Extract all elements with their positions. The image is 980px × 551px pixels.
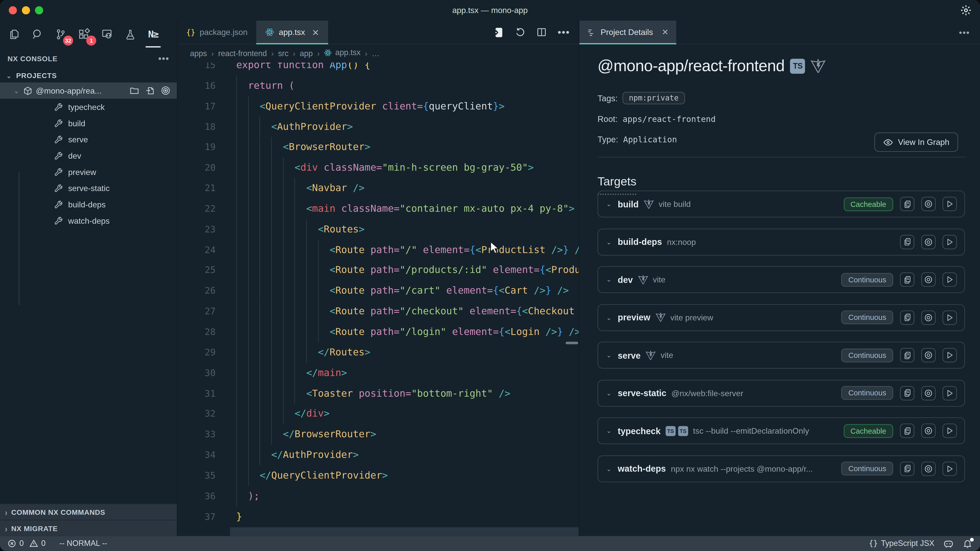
target-card-watch-deps[interactable]: ⌄watch-depsnpx nx watch --projects @mono…: [597, 455, 965, 482]
breadcrumb[interactable]: apps›react-frontend›src›app›app.tsx›…: [178, 44, 579, 62]
nx-migrate-section[interactable]: › NX MIGRATE: [0, 520, 177, 536]
minimize-window-button[interactable]: [22, 6, 30, 14]
breadcrumb-item[interactable]: app: [300, 49, 313, 58]
copy-task-button[interactable]: [900, 348, 915, 362]
projects-section-header[interactable]: ⌄ PROJECTS: [0, 68, 177, 83]
chevron-down-icon: ⌄: [6, 72, 12, 79]
inspect-task-button[interactable]: [921, 197, 935, 211]
inspect-task-button[interactable]: [921, 235, 935, 249]
refresh-icon[interactable]: [515, 27, 526, 38]
list-tree-icon: [587, 28, 596, 37]
sidebar-target-watch-deps[interactable]: watch-deps: [0, 213, 177, 229]
open-folder-icon[interactable]: [129, 86, 139, 96]
copy-task-button[interactable]: [900, 462, 915, 476]
run-task-button[interactable]: [942, 386, 957, 400]
sidebar-target-build-deps[interactable]: build-deps: [0, 196, 177, 213]
copy-task-button[interactable]: [900, 424, 915, 438]
wrench-icon: [54, 183, 63, 193]
title-bar: app.tsx — mono-app: [0, 0, 980, 21]
view-in-graph-button[interactable]: View In Graph: [874, 132, 958, 152]
tab-app-tsx[interactable]: app.tsx ✕: [256, 21, 328, 44]
run-task-button[interactable]: [942, 462, 957, 476]
line-number: 33: [178, 424, 216, 445]
inspect-task-button[interactable]: [921, 424, 935, 438]
open-project-details-icon[interactable]: [492, 26, 504, 38]
code-line-34: 34 </AuthProvider>: [178, 445, 579, 465]
target-card-serve[interactable]: ⌄serveviteContinuous: [597, 342, 965, 368]
sidebar-target-dev[interactable]: dev: [0, 148, 177, 164]
vim-mode-indicator[interactable]: -- NORMAL --: [59, 539, 107, 548]
language-mode[interactable]: {} TypeScript JSX: [869, 539, 934, 548]
code-line-16: 16 return (: [178, 76, 579, 96]
chevron-right-icon: ›: [5, 524, 8, 533]
project-row[interactable]: ⌄ @mono-app/rea...: [0, 83, 177, 99]
inspect-task-button[interactable]: [921, 462, 935, 476]
problems-indicator[interactable]: 0 0: [7, 539, 45, 548]
inspect-task-button[interactable]: [921, 386, 935, 400]
target-card-dev[interactable]: ⌄devviteContinuous: [597, 266, 965, 293]
typescript-icons: TSTS: [666, 426, 688, 436]
breadcrumb-item[interactable]: …: [372, 49, 380, 58]
close-panel-tab-icon[interactable]: ✕: [662, 27, 669, 37]
inspect-task-button[interactable]: [921, 310, 935, 324]
copilot-icon[interactable]: [943, 538, 954, 549]
line-number: 21: [178, 178, 216, 198]
activity-item-extensions-icon[interactable]: 1: [76, 25, 92, 44]
inspect-task-button[interactable]: [921, 272, 935, 287]
json-icon: {}: [186, 28, 195, 37]
editor-more-actions-icon[interactable]: •••: [558, 27, 570, 38]
target-card-preview[interactable]: ⌄previewvite previewContinuous: [597, 304, 965, 330]
common-nx-commands-section[interactable]: › COMMON NX COMMANDS: [0, 503, 177, 520]
copy-task-button[interactable]: [900, 310, 915, 324]
code-line-36: 36 );: [178, 486, 579, 507]
breadcrumb-item[interactable]: src: [278, 49, 289, 58]
settings-gear-icon[interactable]: [959, 4, 972, 17]
target-card-build-deps[interactable]: ⌄build-depsnx:noop: [597, 228, 965, 255]
run-task-button[interactable]: [942, 235, 957, 249]
run-task-button[interactable]: [942, 348, 957, 362]
target-command: nx:noop: [667, 237, 696, 246]
sidebar-target-serve[interactable]: serve: [0, 131, 177, 148]
run-task-button[interactable]: [942, 310, 957, 324]
goto-config-file-icon[interactable]: [145, 86, 155, 96]
horizontal-scrollbar[interactable]: [566, 342, 578, 345]
sidebar-target-preview[interactable]: preview: [0, 164, 177, 180]
split-editor-icon[interactable]: [536, 27, 547, 38]
activity-item-search-icon[interactable]: [29, 25, 46, 44]
run-task-button[interactable]: [942, 424, 957, 438]
line-number: 36: [178, 486, 216, 507]
window-title: app.tsx — mono-app: [452, 6, 528, 15]
inspect-task-button[interactable]: [921, 348, 935, 362]
tags-row: Tags: npm:private: [597, 91, 980, 105]
activity-item-remote-preview-icon[interactable]: [99, 25, 115, 44]
target-card-serve-static[interactable]: ⌄serve-static@nx/web:file-serverContinuo…: [597, 380, 965, 407]
close-window-button[interactable]: [9, 6, 17, 14]
sidebar-target-build[interactable]: build: [0, 115, 177, 131]
activity-item-nx-console-icon[interactable]: N≥: [145, 25, 161, 44]
target-card-typecheck[interactable]: ⌄typecheckTSTStsc --build --emitDeclarat…: [597, 417, 965, 444]
breadcrumb-item[interactable]: app.tsx: [324, 48, 361, 59]
tab-project-details[interactable]: Project Details ✕: [579, 21, 676, 44]
panel-more-actions-icon[interactable]: •••: [959, 27, 980, 37]
copy-task-button[interactable]: [900, 235, 915, 249]
code-editor[interactable]: 15export function App() {16 return (17 <…: [178, 62, 579, 536]
run-task-button[interactable]: [942, 272, 957, 287]
copy-task-button[interactable]: [900, 272, 915, 287]
zoom-window-button[interactable]: [35, 6, 43, 14]
activity-item-source-control-icon[interactable]: 32: [52, 25, 69, 44]
run-task-button[interactable]: [942, 197, 957, 211]
breadcrumb-item[interactable]: react-frontend: [218, 49, 267, 58]
activity-item-testing-icon[interactable]: [122, 25, 138, 44]
notifications-bell-icon[interactable]: [963, 538, 972, 548]
copy-task-button[interactable]: [900, 386, 915, 400]
target-card-build[interactable]: ⌄buildvite buildCacheable: [597, 191, 965, 218]
sidebar-target-typecheck[interactable]: typecheck: [0, 99, 177, 115]
breadcrumb-item[interactable]: apps: [190, 49, 207, 58]
activity-item-explorer-icon[interactable]: [6, 25, 22, 44]
tab-package-json[interactable]: {} package.json: [178, 21, 256, 44]
close-tab-icon[interactable]: ✕: [312, 27, 319, 37]
sidebar-target-serve-static[interactable]: serve-static: [0, 180, 177, 196]
copy-task-button[interactable]: [900, 197, 915, 211]
sidebar-more-icon[interactable]: •••: [158, 53, 169, 63]
target-icon[interactable]: [161, 86, 170, 96]
